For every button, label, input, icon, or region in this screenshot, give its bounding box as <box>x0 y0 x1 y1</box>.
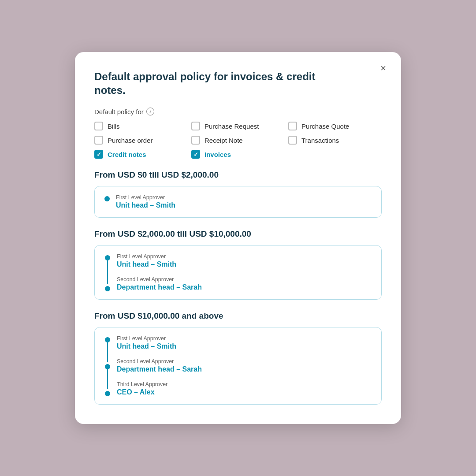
approver-card-10000-above: First Level Approver Unit head – Smith S… <box>94 327 382 405</box>
checkbox-bills[interactable]: Bills <box>94 122 188 130</box>
checkbox-purchase-request[interactable]: Purchase Request <box>191 122 285 130</box>
approver-name-a: Unit head – Smith <box>117 342 372 350</box>
approver-name-1: Unit head – Smith <box>117 260 372 268</box>
approver-timeline-row-1: First Level Approver Unit head – Smith S… <box>104 253 372 291</box>
checkbox-box-purchase-request[interactable] <box>191 122 200 130</box>
timeline-dot <box>104 196 110 201</box>
checkbox-transactions[interactable]: Transactions <box>288 136 382 145</box>
checkbox-grid: Bills Purchase Request Purchase Quote Pu… <box>94 122 382 159</box>
approver-name-c: CEO – Alex <box>117 388 372 396</box>
checkbox-invoices[interactable]: Invoices <box>191 150 285 159</box>
section-title-2000-10000: From USD $2,000.00 till USD $10,000.00 <box>94 229 382 239</box>
approver-item: First Level Approver Unit head – Smith <box>104 194 372 209</box>
default-policy-label: Default policy for i <box>94 108 382 115</box>
checkbox-box-purchase-quote[interactable] <box>288 122 297 130</box>
timeline-dot-1 <box>105 255 110 260</box>
checkbox-box-receipt-note[interactable] <box>191 136 200 145</box>
checkbox-box-credit-notes[interactable] <box>94 150 103 159</box>
checkbox-purchase-quote[interactable]: Purchase Quote <box>288 122 382 130</box>
checkbox-receipt-note[interactable]: Receipt Note <box>191 136 285 145</box>
approver-card-0-2000: First Level Approver Unit head – Smith <box>94 186 382 218</box>
checkbox-purchase-order[interactable]: Purchase order <box>94 136 188 145</box>
approver-level: First Level Approver <box>116 194 372 201</box>
checkbox-credit-notes[interactable]: Credit notes <box>94 150 188 159</box>
approver-timeline-row-2: First Level Approver Unit head – Smith S… <box>104 335 372 396</box>
approver-level-c: Third Level Approver <box>117 381 372 387</box>
approver-name-2: Department head – Sarah <box>117 283 372 291</box>
timeline-dot-a <box>105 337 110 342</box>
checkbox-box-transactions[interactable] <box>288 136 297 145</box>
timeline-line-a <box>107 342 108 362</box>
approver-level-b: Second Level Approver <box>117 358 372 364</box>
approver-level-a: First Level Approver <box>117 335 372 342</box>
timeline-line-b <box>107 369 108 389</box>
timeline-dot-2 <box>105 286 110 291</box>
checkbox-box-invoices[interactable] <box>191 150 200 159</box>
approver-name-b: Department head – Sarah <box>117 365 372 373</box>
close-button[interactable]: × <box>377 62 390 75</box>
checkbox-box-bills[interactable] <box>94 122 103 130</box>
timeline-dot-b <box>105 364 110 369</box>
approver-name: Unit head – Smith <box>116 201 372 209</box>
timeline-dot-c <box>105 391 110 396</box>
section-title-0-2000: From USD $0 till USD $2,000.00 <box>94 170 382 180</box>
section-title-10000-above: From USD $10,000.00 and above <box>94 311 382 321</box>
approval-policy-modal: × Default approval policy for invoices &… <box>75 52 401 424</box>
timeline-line-1 <box>107 260 108 284</box>
approver-level-2: Second Level Approver <box>117 276 372 283</box>
checkbox-box-purchase-order[interactable] <box>94 136 103 145</box>
approver-level-1: First Level Approver <box>117 253 372 260</box>
approver-card-2000-10000: First Level Approver Unit head – Smith S… <box>94 245 382 300</box>
info-icon[interactable]: i <box>146 108 154 115</box>
modal-title: Default approval policy for invoices & c… <box>94 70 338 97</box>
